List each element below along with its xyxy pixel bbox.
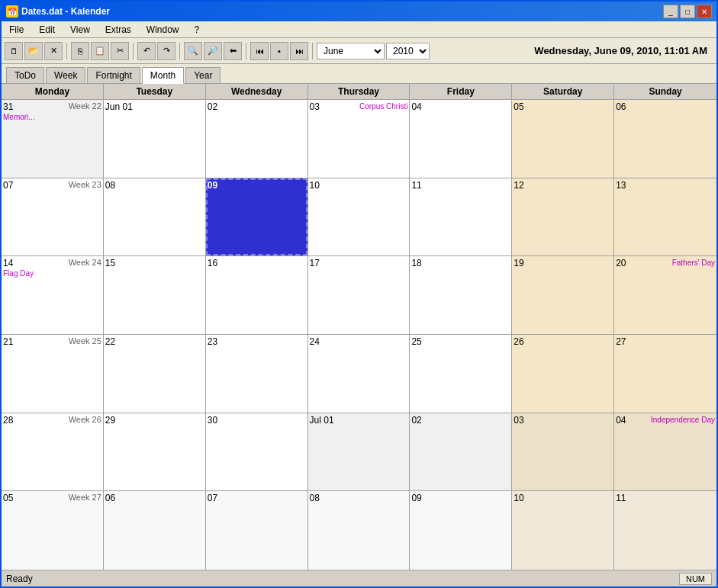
cal-cell-r0c0[interactable]: 31Week 22Memori...	[2, 100, 104, 178]
cal-cell-r1c3[interactable]: 10	[308, 178, 411, 256]
close-button[interactable]: ✕	[697, 5, 712, 18]
find-button[interactable]: 🔎	[204, 42, 222, 60]
cal-cell-r0c5[interactable]: 05	[512, 100, 614, 178]
cal-cell-r5c3[interactable]: 08	[308, 491, 411, 570]
menu-view[interactable]: View	[66, 23, 95, 37]
cal-cell-r1c6[interactable]: 13	[614, 178, 716, 256]
day-number-r5c4: 09	[411, 493, 421, 503]
tab-week[interactable]: Week	[46, 67, 85, 83]
toolbar-separator-3	[179, 43, 180, 59]
copy-button[interactable]: ⎘	[71, 42, 89, 60]
cal-cell-r4c3[interactable]: Jul 01	[308, 413, 411, 491]
cal-row-2: 14Week 24Flag Day151617181920Fathers' Da…	[2, 256, 716, 335]
new-button[interactable]: 🗒	[5, 42, 23, 60]
cal-cell-r1c0[interactable]: 07Week 23	[2, 178, 104, 256]
cal-cell-r3c1[interactable]: 22	[104, 335, 206, 413]
menu-bar: File Edit View Extras Window ?	[2, 21, 716, 38]
cal-cell-r3c6[interactable]: 27	[614, 335, 716, 413]
cal-cell-r0c2[interactable]: 02	[206, 100, 308, 178]
close-doc-button[interactable]: ✕	[44, 42, 63, 60]
day-number-r1c3: 10	[310, 180, 320, 191]
day-number-r3c4: 25	[411, 336, 421, 347]
cal-cell-r3c5[interactable]: 26	[512, 335, 614, 413]
cal-cell-r2c5[interactable]: 19	[512, 256, 614, 334]
tab-fortnight[interactable]: Fortnight	[87, 67, 140, 83]
cal-cell-r3c0[interactable]: 21Week 25	[2, 335, 104, 413]
cal-cell-r2c1[interactable]: 15	[104, 256, 206, 334]
minimize-button[interactable]: _	[663, 5, 678, 18]
month-select[interactable]: JanuaryFebruaryMarch AprilMayJune JulyAu…	[317, 43, 385, 59]
cal-cell-r1c1[interactable]: 08	[104, 178, 206, 256]
undo-button[interactable]: ↶	[137, 42, 156, 60]
cal-cell-r5c2[interactable]: 07	[206, 491, 308, 570]
menu-file[interactable]: File	[5, 23, 28, 37]
day-number-r4c6: 04	[616, 415, 626, 426]
menu-help[interactable]: ?	[190, 23, 204, 37]
cal-cell-r4c1[interactable]: 29	[104, 413, 206, 491]
dot-nav-button[interactable]: •	[270, 42, 288, 60]
week-label-r0: Week 22	[69, 101, 101, 111]
header-wednesday: Wednesday	[206, 84, 308, 99]
day-number-r5c6: 11	[616, 493, 626, 503]
prev-nav-button[interactable]: ⏮	[250, 42, 269, 60]
cal-cell-r5c6[interactable]: 11	[614, 491, 716, 570]
header-tuesday: Tuesday	[104, 84, 206, 99]
cal-row-3: 21Week 25222324252627	[2, 335, 716, 413]
cal-row-4: 28Week 262930Jul 01020304Independence Da…	[2, 413, 716, 492]
day-number-r1c4: 11	[411, 180, 421, 191]
maximize-button[interactable]: □	[680, 5, 695, 18]
cal-cell-r1c5[interactable]: 12	[512, 178, 614, 256]
tab-year[interactable]: Year	[185, 67, 221, 83]
cal-cell-r4c4[interactable]: 02	[410, 413, 512, 491]
day-number-r1c0: 07	[3, 180, 13, 191]
tab-month[interactable]: Month	[142, 67, 184, 84]
cal-cell-r2c3[interactable]: 17	[308, 256, 411, 334]
cal-cell-r4c0[interactable]: 28Week 26	[2, 413, 104, 491]
cal-cell-r3c3[interactable]: 24	[308, 335, 411, 413]
search-button[interactable]: 🔍	[184, 42, 202, 60]
title-bar-title: 📅 Dates.dat - Kalender	[6, 5, 110, 18]
cal-cell-r4c6[interactable]: 04Independence Day	[614, 413, 716, 491]
cal-cell-r5c1[interactable]: 06	[104, 491, 206, 570]
app-icon: 📅	[6, 5, 18, 18]
day-number-r2c0: 14	[3, 258, 13, 268]
day-number-r4c5: 03	[514, 415, 523, 426]
cal-cell-r0c4[interactable]: 04	[410, 100, 512, 178]
status-text: Ready	[6, 574, 33, 584]
tab-todo[interactable]: ToDo	[6, 67, 44, 83]
back-button[interactable]: ⬅	[224, 42, 242, 60]
cal-cell-r0c6[interactable]: 06	[614, 100, 716, 178]
cal-cell-r2c4[interactable]: 18	[410, 256, 512, 334]
day-number-r0c1: Jun 01	[105, 101, 133, 112]
menu-edit[interactable]: Edit	[34, 23, 60, 37]
cal-row-5: 05Week 27060708091011	[2, 491, 716, 570]
calendar-header: Monday Tuesday Wednesday Thursday Friday…	[2, 84, 716, 100]
day-number-r1c6: 13	[616, 180, 626, 191]
day-number-r3c3: 24	[310, 336, 320, 347]
next-nav-button[interactable]: ⏭	[290, 42, 308, 60]
day-number-r0c6: 06	[616, 101, 626, 112]
cal-cell-r3c2[interactable]: 23	[206, 335, 308, 413]
cal-cell-r3c4[interactable]: 25	[410, 335, 512, 413]
menu-window[interactable]: Window	[142, 23, 184, 37]
paste-button[interactable]: 📋	[91, 42, 109, 60]
current-datetime: Wednesday, June 09, 2010, 11:01 AM	[534, 45, 713, 56]
menu-extras[interactable]: Extras	[101, 23, 136, 37]
cal-cell-r1c4[interactable]: 11	[410, 178, 512, 256]
cal-cell-r5c4[interactable]: 09	[410, 491, 512, 570]
cal-cell-r2c2[interactable]: 16	[206, 256, 308, 334]
cal-cell-r4c5[interactable]: 03	[512, 413, 614, 491]
day-number-r4c2: 30	[208, 415, 217, 426]
cal-cell-r0c1[interactable]: Jun 01	[104, 100, 206, 178]
redo-button[interactable]: ↷	[157, 42, 175, 60]
cal-cell-r2c0[interactable]: 14Week 24Flag Day	[2, 256, 104, 334]
cut-button[interactable]: ✂	[111, 42, 129, 60]
cal-cell-r4c2[interactable]: 30	[206, 413, 308, 491]
cal-cell-r2c6[interactable]: 20Fathers' Day	[614, 256, 716, 334]
cal-cell-r1c2[interactable]: 09	[206, 178, 308, 256]
year-select[interactable]: 201020112009	[386, 43, 430, 59]
open-button[interactable]: 📂	[24, 42, 43, 60]
cal-cell-r5c0[interactable]: 05Week 27	[2, 491, 104, 570]
cal-cell-r5c5[interactable]: 10	[512, 491, 614, 570]
cal-cell-r0c3[interactable]: 03Corpus Christi	[308, 100, 411, 178]
